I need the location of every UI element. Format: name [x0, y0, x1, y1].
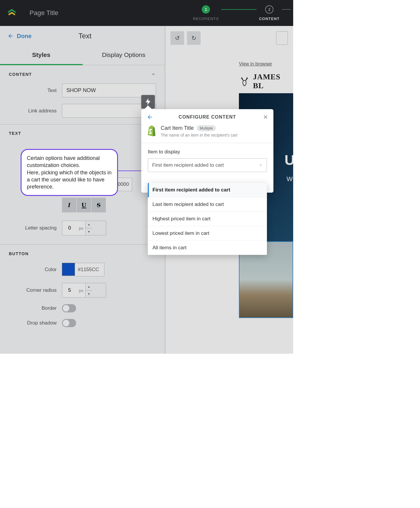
dropdown-option[interactable]: Lowest priced item in cart [148, 226, 267, 241]
shopify-icon [147, 125, 157, 136]
popover-close-button[interactable]: ✕ [263, 114, 268, 121]
button-color-label: Color [9, 267, 62, 273]
button-color-swatch[interactable] [62, 263, 75, 276]
dropdown-option[interactable]: Highest priced item in cart [148, 212, 267, 226]
drop-shadow-toggle[interactable] [62, 319, 76, 327]
corner-radius-input[interactable]: px ▲▼ [62, 283, 106, 298]
popover-title: CONFIGURE CONTENT [147, 114, 268, 120]
step-recipients[interactable]: 1 RECIPIENTS [193, 5, 219, 21]
toolbar-right-control[interactable] [276, 31, 288, 45]
item-to-display-select[interactable]: First item recipient added to cart ▼ [148, 158, 267, 172]
tab-display-options[interactable]: Display Options [83, 46, 165, 65]
border-toggle[interactable] [62, 304, 76, 312]
border-label: Border [9, 305, 62, 311]
top-bar: Page Title 1 RECIPIENTS 2 CONTENT [0, 0, 293, 26]
multiple-pill: Multiple [197, 125, 216, 131]
configure-content-popover: CONFIGURE CONTENT ✕ Cart Item Title Mult… [141, 109, 273, 193]
link-address-label: Link address [9, 108, 62, 114]
dropdown-option[interactable]: All items in cart [148, 241, 267, 255]
section-content: CONTENT Text Link address [0, 65, 165, 124]
section-button: BUTTON Color Corner radius px ▲▼ Bor [0, 245, 165, 342]
logo-icon [6, 7, 18, 19]
corner-radius-label: Corner radius [9, 287, 62, 293]
cart-item-title-label: Cart Item Title [161, 125, 194, 131]
underline-button[interactable]: U [77, 198, 91, 212]
text-label: Text [9, 88, 62, 94]
dropdown-option[interactable]: Last item recipient added to cart [148, 197, 267, 212]
stag-icon [239, 76, 250, 87]
panel-title: Text [5, 32, 165, 40]
dropdown-option[interactable]: First item recipient added to cart [148, 183, 267, 197]
step-connector [221, 9, 257, 10]
wizard-steps: 1 RECIPIENTS 2 CONTENT [193, 0, 293, 26]
brand-name: JAMES BL [253, 73, 293, 90]
tab-styles[interactable]: Styles [0, 46, 83, 65]
button-color-hex[interactable] [75, 263, 104, 276]
view-in-browser-link[interactable]: View in browser [239, 61, 272, 67]
brand-row: JAMES BL [239, 73, 293, 90]
item-to-display-label: Item to display [148, 149, 267, 155]
letter-spacing-label: Letter spacing [9, 225, 62, 231]
page-title: Page Title [29, 9, 58, 17]
section-content-title: CONTENT [9, 72, 32, 77]
tutorial-callout: Certain options have additional customiz… [21, 149, 118, 196]
drop-shadow-label: Drop shadow [9, 320, 62, 326]
corner-radius-stepper[interactable]: ▲▼ [85, 283, 92, 297]
cart-item-desc: The name of an item in the recipient's c… [161, 133, 268, 137]
caret-down-icon: ▼ [259, 163, 262, 167]
redo-button[interactable]: ↻ [187, 31, 201, 45]
section-button-title: BUTTON [9, 251, 29, 256]
strikethrough-button[interactable]: S [91, 198, 106, 212]
lightning-icon [145, 98, 151, 105]
letter-spacing-input[interactable]: px ▲▼ [62, 221, 106, 235]
tabs: Styles Display Options [0, 46, 165, 65]
step-content[interactable]: 2 CONTENT [259, 5, 280, 21]
chevron-up-icon[interactable] [151, 72, 156, 77]
step-connector [282, 9, 291, 10]
item-to-display-dropdown: First item recipient added to cart Last … [148, 183, 267, 255]
letter-spacing-stepper[interactable]: ▲▼ [85, 221, 92, 235]
undo-button[interactable]: ↺ [170, 31, 184, 45]
italic-button[interactable]: I [62, 198, 77, 212]
section-text-title: TEXT [9, 131, 156, 136]
